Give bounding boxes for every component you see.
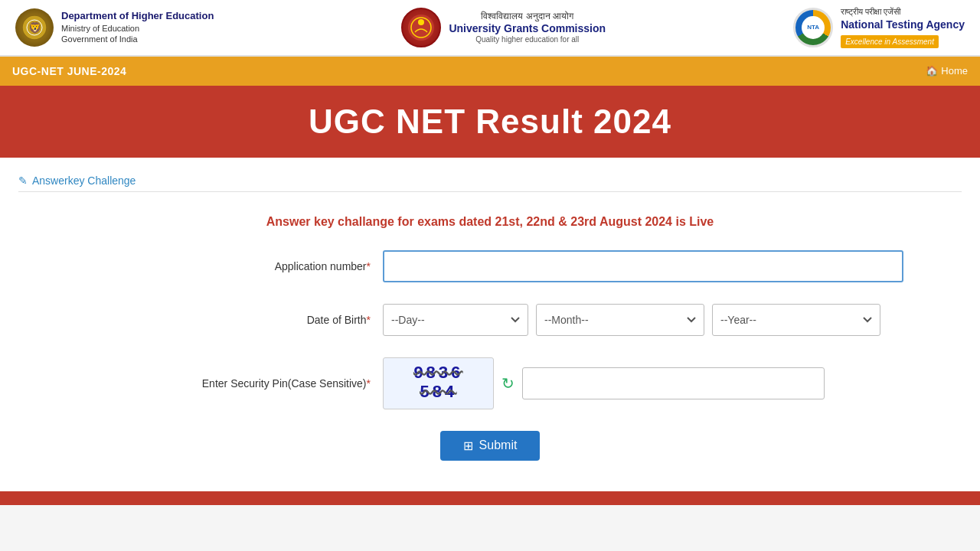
- ministry-name: Ministry of Education: [61, 23, 214, 34]
- nta-section: NTA राष्ट्रीय परीक्षा एजेंसी National Te…: [793, 6, 965, 49]
- app-number-label: Application number*: [184, 260, 383, 272]
- main-content: ✎ Answerkey Challenge Answer key challan…: [0, 158, 980, 491]
- captcha-input[interactable]: [522, 367, 825, 399]
- submit-icon: ⊞: [463, 439, 473, 453]
- answerkey-label: Answerkey Challenge: [32, 174, 136, 187]
- nta-logo: NTA: [793, 8, 833, 47]
- page-banner: UGC NET Result 2024: [0, 86, 980, 158]
- captcha-image: 9836 584: [383, 357, 494, 409]
- ugc-name: University Grants Commission: [449, 22, 606, 34]
- page-header: 🦁 Department of Higher Education Ministr…: [0, 0, 980, 57]
- banner-title: UGC NET Result 2024: [15, 103, 965, 141]
- navbar: UGC-NET JUNE-2024 🏠 Home: [0, 57, 980, 86]
- edit-icon: ✎: [18, 174, 28, 187]
- ugc-text: विश्वविद्यालय अनुदान आयोग University Gra…: [449, 11, 606, 44]
- home-icon: 🏠: [926, 65, 938, 77]
- year-select[interactable]: --Year-- 1990199119921993 19941995199619…: [712, 304, 880, 336]
- dept-logo-section: 🦁 Department of Higher Education Ministr…: [15, 8, 214, 47]
- navbar-brand: UGC-NET JUNE-2024: [12, 65, 126, 77]
- captcha-container: 9836 584 ↻: [383, 357, 825, 409]
- nta-name: National Testing Agency: [841, 18, 965, 31]
- nta-text: राष्ट्रीय परीक्षा एजेंसी National Testin…: [841, 6, 965, 49]
- ugc-logo: [401, 8, 441, 47]
- dept-text: Department of Higher Education Ministry …: [61, 10, 214, 44]
- home-label: Home: [941, 65, 968, 77]
- submit-label: Submit: [479, 439, 518, 452]
- security-pin-row: Enter Security Pin(Case Sensitive)* 9836…: [184, 357, 796, 409]
- svg-point-3: [408, 15, 434, 41]
- live-notice: Answer key challange for exams dated 21s…: [184, 215, 796, 229]
- govt-name: Government of India: [61, 34, 214, 44]
- month-select[interactable]: --Month-- JanuaryFebruaryMarchApril MayJ…: [536, 304, 704, 336]
- dob-label: Date of Birth*: [184, 314, 383, 326]
- app-number-row: Application number*: [184, 250, 796, 282]
- ugc-tagline: Quality higher education for all: [449, 35, 606, 44]
- dob-row: Date of Birth* --Day-- 12345 678910 1112…: [184, 304, 796, 336]
- nta-hindi: राष्ट्रीय परीक्षा एजेंसी: [841, 6, 965, 17]
- result-form: Answer key challange for exams dated 21s…: [184, 207, 796, 468]
- ugc-section: विश्वविद्यालय अनुदान आयोग University Gra…: [401, 8, 606, 47]
- submit-row: ⊞ Submit: [184, 431, 796, 461]
- dept-name: Department of Higher Education: [61, 10, 214, 23]
- nta-tagline: Excellence in Assessment: [841, 35, 939, 48]
- security-pin-label: Enter Security Pin(Case Sensitive)*: [184, 377, 383, 390]
- submit-button[interactable]: ⊞ Submit: [440, 431, 541, 461]
- emblem-icon: 🦁: [15, 8, 54, 47]
- answerkey-challenge-link[interactable]: ✎ Answerkey Challenge: [18, 170, 962, 192]
- svg-point-5: [418, 19, 424, 25]
- svg-text:🦁: 🦁: [28, 21, 42, 34]
- refresh-captcha-icon[interactable]: ↻: [501, 374, 514, 393]
- ugc-hindi: विश्वविद्यालय अनुदान आयोग: [449, 11, 606, 21]
- page-footer: [0, 491, 980, 505]
- day-select[interactable]: --Day-- 12345 678910 1112131415 16171819…: [383, 304, 528, 336]
- home-link[interactable]: 🏠 Home: [926, 65, 968, 77]
- application-number-input[interactable]: [383, 250, 903, 282]
